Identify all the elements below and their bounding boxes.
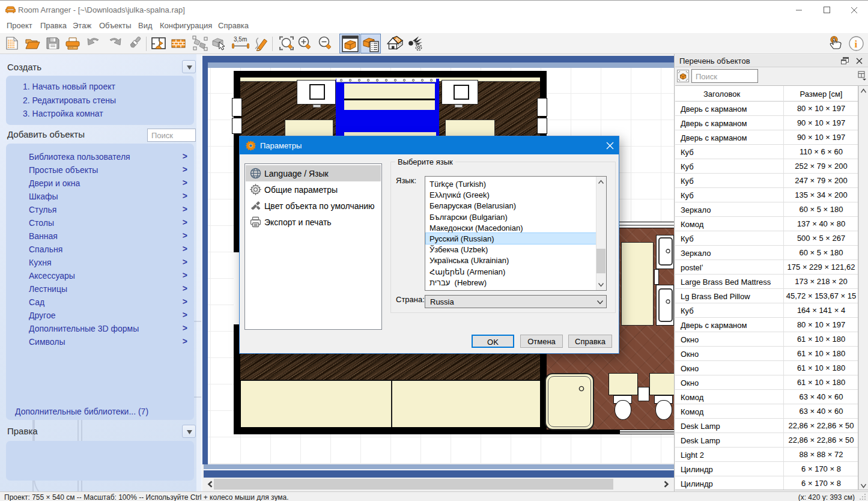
svg-text:i: i [855, 38, 858, 50]
svg-text:3,5m: 3,5m [234, 36, 247, 43]
